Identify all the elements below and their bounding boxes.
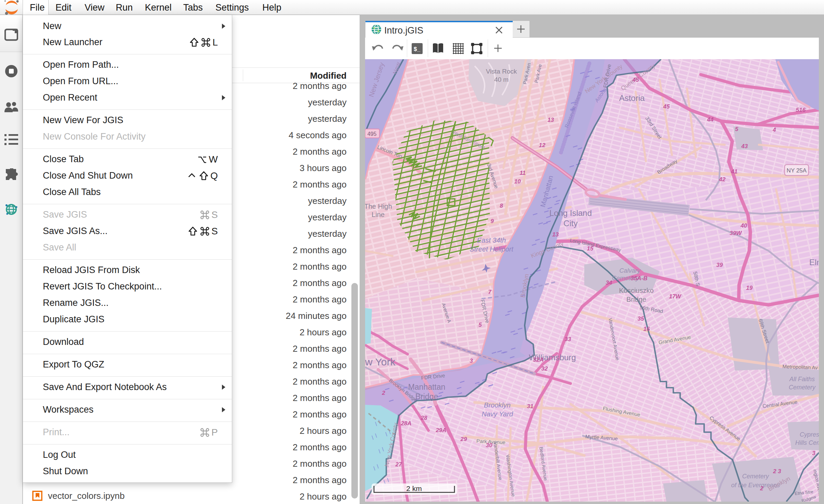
svg-text:516: 516 xyxy=(796,107,806,113)
svg-text:City: City xyxy=(563,219,577,228)
svg-text:Bridge: Bridge xyxy=(626,296,646,303)
svg-text:NY 25A: NY 25A xyxy=(787,167,807,174)
svg-text:13: 13 xyxy=(552,231,559,238)
svg-text:35: 35 xyxy=(638,315,644,322)
svg-text:12: 12 xyxy=(539,142,546,148)
svg-text:Astoria: Astoria xyxy=(619,93,645,103)
svg-text:Cypress: Cypress xyxy=(800,431,819,438)
svg-text:11: 11 xyxy=(520,170,526,176)
svg-text:8: 8 xyxy=(500,203,503,209)
svg-text:27: 27 xyxy=(395,461,402,468)
svg-text:Elmhurst: Elmhurst xyxy=(809,258,819,267)
svg-text:2: 2 xyxy=(382,390,385,396)
svg-text:28: 28 xyxy=(421,415,427,421)
svg-text:9: 9 xyxy=(490,218,494,224)
svg-text:All Faiths: All Faiths xyxy=(789,376,815,383)
svg-text:3: 3 xyxy=(812,450,815,456)
svg-text:10: 10 xyxy=(514,178,521,185)
svg-text:Manhattan: Manhattan xyxy=(408,383,446,391)
svg-text:7: 7 xyxy=(488,289,492,295)
svg-text:Vista Rock: Vista Rock xyxy=(486,68,517,75)
svg-text:Cemetery: Cemetery xyxy=(742,473,769,480)
svg-text:34: 34 xyxy=(606,280,612,286)
svg-text:29: 29 xyxy=(460,436,467,442)
svg-text:43: 43 xyxy=(741,143,748,150)
svg-text:32: 32 xyxy=(541,365,548,372)
svg-text:29A: 29A xyxy=(435,427,446,434)
svg-text:31: 31 xyxy=(527,403,534,410)
svg-text:42: 42 xyxy=(719,176,726,183)
svg-text:Street Heliport: Street Heliport xyxy=(470,245,514,253)
svg-text:28A: 28A xyxy=(400,420,411,427)
svg-text:Navy Yard: Navy Yard xyxy=(482,410,513,418)
svg-text:40 m: 40 m xyxy=(494,76,509,83)
svg-text:45: 45 xyxy=(632,77,639,83)
svg-text:East 34th: East 34th xyxy=(477,236,506,244)
svg-text:3: 3 xyxy=(470,358,473,364)
svg-text:2: 2 xyxy=(760,485,763,492)
svg-text:40: 40 xyxy=(740,222,747,229)
svg-text:Line: Line xyxy=(372,211,385,218)
svg-text:4: 4 xyxy=(772,127,776,133)
svg-text:16: 16 xyxy=(644,326,650,332)
svg-text:Hills Cemet: Hills Cemet xyxy=(795,439,819,446)
svg-text:39: 39 xyxy=(716,262,723,268)
svg-text:Brooklyn: Brooklyn xyxy=(484,401,511,409)
svg-text:30: 30 xyxy=(486,442,492,449)
svg-text:Long Island: Long Island xyxy=(549,208,592,218)
svg-text:Bridge: Bridge xyxy=(415,392,438,401)
svg-text:44: 44 xyxy=(707,116,714,123)
svg-text:32A: 32A xyxy=(533,357,544,363)
svg-text:5: 5 xyxy=(478,322,482,328)
svg-text:The High: The High xyxy=(365,203,392,210)
svg-text:35A-B: 35A-B xyxy=(631,275,647,282)
svg-text:2 km: 2 km xyxy=(406,484,422,492)
svg-text:41: 41 xyxy=(731,168,738,175)
svg-text:17W: 17W xyxy=(669,293,682,300)
svg-text:Kosciuszko: Kosciuszko xyxy=(619,287,653,294)
svg-text:$_: $_ xyxy=(414,46,420,52)
svg-text:495: 495 xyxy=(367,131,377,137)
svg-text:19: 19 xyxy=(746,285,753,291)
svg-text:5: 5 xyxy=(735,126,738,132)
svg-text:Metropolitan Av: Metropolitan Av xyxy=(782,363,818,371)
svg-text:2 3: 2 3 xyxy=(773,468,781,475)
svg-text:33: 33 xyxy=(565,336,571,343)
svg-text:39W: 39W xyxy=(730,230,742,236)
svg-text:13: 13 xyxy=(548,117,554,123)
svg-text:45: 45 xyxy=(663,103,670,110)
svg-text:15: 15 xyxy=(587,245,594,252)
svg-text:Cemetery: Cemetery xyxy=(789,384,816,391)
svg-text:Calvary: Calvary xyxy=(619,267,640,274)
svg-text:w York: w York xyxy=(365,356,396,367)
